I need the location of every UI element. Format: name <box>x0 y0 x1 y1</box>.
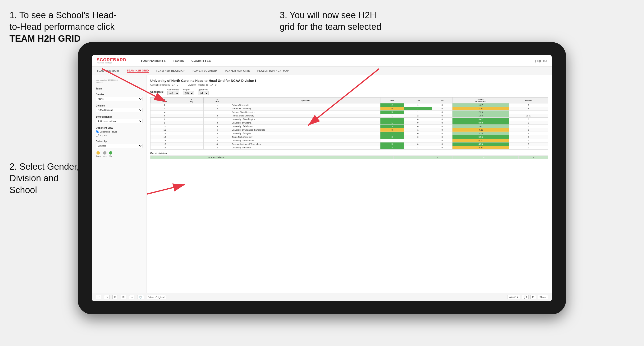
cell-rounds <box>509 111 548 114</box>
school-select[interactable]: 1. University of Nort... <box>96 119 142 123</box>
cell-rank: 12 <box>150 132 179 135</box>
table-row: 3 2 Vanderbilt University 0 4 0 -2.29 8 <box>150 107 548 111</box>
table-row: 10 5 University of Alabama 3 0 0 2.61 8 <box>150 125 548 128</box>
region-filter: Region (All) <box>183 89 194 95</box>
cell-loss: 1 <box>404 146 432 150</box>
cell-rank: 10 <box>150 125 179 128</box>
redo-btn[interactable]: ↪ <box>104 295 110 299</box>
cell-tie: 0 <box>432 146 452 150</box>
cell-conf: 2 <box>203 139 231 143</box>
gender-label: Gender <box>96 93 142 96</box>
cell-conf: 3 <box>203 146 231 150</box>
colour-by-select[interactable]: Win/loss <box>96 144 142 148</box>
logo: SCOREBARD Powered by clippd <box>97 58 126 64</box>
cell-opponent: Florida State University <box>231 114 380 118</box>
conference-select[interactable]: (All) <box>167 91 179 95</box>
gender-select[interactable]: Men's Women's <box>96 97 142 101</box>
cell-win: 2 <box>380 103 404 107</box>
conference-filter: Conference (All) <box>167 89 179 95</box>
cell-loss: 0 <box>404 118 432 121</box>
comment-btn[interactable]: 💬 <box>522 295 528 299</box>
cell-rounds: 8 <box>509 125 548 128</box>
cell-rank: 3 <box>150 107 179 111</box>
sub-nav-team-h2h-grid[interactable]: TEAM H2H GRID <box>127 69 149 73</box>
out-of-division-table: NCAA Division II 1 0 0 26.00 3 <box>150 156 548 159</box>
nav-committee[interactable]: COMMITTEE <box>191 59 211 62</box>
cell-reg <box>179 132 203 135</box>
filters-section: Opponents: Conference (All) Region (All) <box>150 89 548 95</box>
cell-conf: 1 <box>203 111 231 114</box>
opponent-filter: Opponent (All) <box>198 89 208 95</box>
table-row: 8 2 University of Washington 1 0 0 3.67 … <box>150 118 548 121</box>
cell-opponent: Arizona State University <box>231 111 380 114</box>
cell-conf: 2 <box>203 118 231 121</box>
sub-nav-team-h2h-heatmap[interactable]: TEAM H2H HEATMAP <box>156 69 185 73</box>
refresh-btn[interactable]: ⟳ <box>112 295 118 299</box>
cell-opponent: Auburn University <box>231 103 380 107</box>
annotation-1-bold: TEAM H2H GRID <box>10 34 80 43</box>
grid-records: Overall Record: 89 - 17 - 0 Division Rec… <box>150 84 548 86</box>
annotation-1: 1. To see a School's Head- to-Head perfo… <box>10 9 116 44</box>
out-of-division-row: NCAA Division II 1 0 0 26.00 3 <box>150 156 548 159</box>
ood-loss: 0 <box>394 156 423 159</box>
copy-btn[interactable]: ⊞ <box>121 295 126 299</box>
cell-reg <box>179 139 203 143</box>
team-label: Team <box>96 87 142 90</box>
clock-btn[interactable]: 🕐 <box>137 295 144 299</box>
opponent-view-label: Opponent View <box>96 127 142 129</box>
watch-btn[interactable]: Watch ▾ <box>507 295 520 299</box>
left-panel: Last Updated: 27/03/2024 16:55:38 Team G… <box>92 75 146 293</box>
col-reg: #Reg <box>179 98 203 103</box>
undo-btn[interactable]: ↩ <box>96 295 101 299</box>
view-original-btn[interactable]: View: Original <box>147 295 166 299</box>
cell-diff: 4.50 <box>452 143 509 146</box>
nav-tournaments[interactable]: TOURNAMENTS <box>140 59 166 62</box>
region-filter-label: Region <box>183 89 194 91</box>
sub-nav-team-summary[interactable]: TEAM SUMMARY <box>97 69 120 73</box>
cell-loss: 2 <box>404 139 432 143</box>
overall-record: Overall Record: 89 - 17 - 0 <box>150 84 178 86</box>
top-100-radio[interactable] <box>96 134 99 137</box>
cell-rounds: 9 <box>509 139 548 143</box>
cell-win: 3 <box>380 125 404 128</box>
share-btn[interactable]: Share <box>538 295 548 299</box>
cell-reg <box>179 143 203 146</box>
opponent-select[interactable]: (All) <box>198 91 208 95</box>
nav-teams[interactable]: TEAMS <box>173 59 184 62</box>
col-win: Win <box>380 98 404 103</box>
region-select[interactable]: (All) <box>183 91 194 95</box>
cell-tie: 0 <box>432 114 452 118</box>
cell-rounds: 2 <box>509 121 548 125</box>
cell-rank: 4 <box>150 111 179 114</box>
cell-rounds: 9 <box>509 103 548 107</box>
cell-tie: 0 <box>432 132 452 135</box>
sub-nav-player-h2h-heatmap[interactable]: PLAYER H2H HEATMAP <box>258 69 289 73</box>
school-section: School (Rank) 1. University of Nort... <box>96 116 142 123</box>
top-100-option[interactable]: Top 100 <box>96 134 142 137</box>
ood-win: 1 <box>364 156 394 159</box>
cell-tie: 0 <box>432 125 452 128</box>
tablet-frame: SCOREBARD Powered by clippd TOURNAMENTS … <box>78 42 566 314</box>
division-select[interactable]: NCAA Division I NCAA Division II NCAA Di… <box>96 108 142 112</box>
sign-out[interactable]: | Sign out <box>535 59 547 62</box>
grid-btn[interactable]: ⊞ <box>530 295 536 299</box>
cell-reg <box>179 125 203 128</box>
cell-reg <box>179 135 203 139</box>
table-row: 15 4 Georgia Institute of Technology 5 0… <box>150 143 548 146</box>
right-content: University of North Carolina Head-to-Hea… <box>146 75 552 293</box>
table-row: 6 2 Florida State University 1 2 0 1.83 … <box>150 114 548 118</box>
cell-rounds: 9 <box>509 135 548 139</box>
cell-rank: 8 <box>150 118 179 121</box>
more-btn[interactable]: ··· <box>129 295 134 299</box>
cell-win: 3 <box>380 146 404 150</box>
sub-nav-player-summary[interactable]: PLAYER SUMMARY <box>192 69 218 73</box>
cell-rounds: 9 <box>509 146 548 150</box>
annotation-3: 3. You will now see H2H grid for the tea… <box>280 9 382 33</box>
opponents-played-option[interactable]: Opponents Played <box>96 130 142 133</box>
col-opponent: Opponent <box>231 98 380 103</box>
ood-conf <box>188 156 207 159</box>
cell-conf: 3 <box>203 121 231 125</box>
cell-diff: 1.83 <box>452 114 509 118</box>
sub-nav-player-h2h-grid[interactable]: PLAYER H2H GRID <box>225 69 250 73</box>
opponents-played-radio[interactable] <box>96 130 99 133</box>
